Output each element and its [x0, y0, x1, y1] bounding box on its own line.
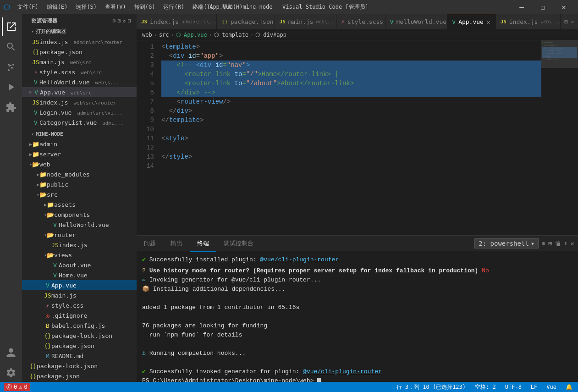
file-helloworld-vue[interactable]: V HelloWorld.vue	[22, 220, 137, 230]
menu-edit[interactable]: 编辑(E)	[43, 2, 72, 12]
tab-output[interactable]: 输出	[163, 236, 190, 252]
menu-view[interactable]: 查看(V)	[101, 2, 130, 12]
chevron-down-icon: ▾	[531, 240, 534, 247]
new-file-icon[interactable]: ⊕	[113, 18, 116, 24]
line-ending[interactable]: LF	[529, 384, 539, 390]
open-file-packagejson[interactable]: {} package.json	[22, 47, 137, 57]
settings-activity-icon[interactable]	[2, 364, 20, 382]
tab-mainjs[interactable]: JS main.js web\...	[275, 14, 337, 30]
close-panel-icon[interactable]: ✕	[571, 240, 574, 247]
file-about-vue[interactable]: V About.vue	[22, 260, 137, 270]
collapse-icon[interactable]: ⊟	[128, 18, 131, 24]
folder-router[interactable]: ▾ 📂 router	[22, 230, 137, 240]
breadcrumb-div[interactable]: ⬡ div#app	[255, 32, 286, 38]
tab-close-button[interactable]: ✕	[486, 18, 491, 26]
breadcrumb-src[interactable]: src	[159, 32, 169, 38]
more-actions-icon[interactable]: ⋯	[571, 18, 574, 25]
refresh-icon[interactable]: ↺	[123, 18, 126, 24]
close-icon[interactable]: ✕	[28, 89, 32, 95]
file-router-indexjs[interactable]: JS index.js	[22, 240, 137, 250]
folder-components[interactable]: ▾ 📂 components	[22, 210, 137, 220]
split-terminal-icon[interactable]: ⊞	[548, 240, 552, 247]
notifications-icon[interactable]: 🔔	[564, 384, 574, 390]
menu-file[interactable]: 文件(F)	[14, 2, 42, 12]
account-activity-icon[interactable]	[2, 343, 20, 362]
sidebar-header-icons[interactable]: ⊕ ⊞ ↺ ⊟	[113, 18, 132, 24]
file-stylecss[interactable]: ⚡ style.css	[22, 300, 137, 310]
explorer-activity-icon[interactable]	[2, 17, 20, 36]
open-file-categorylistvue[interactable]: V CategoryList.vue admi...	[22, 117, 137, 127]
breadcrumb-template[interactable]: ⬡ template	[214, 32, 248, 38]
extensions-activity-icon[interactable]	[2, 98, 20, 116]
open-editors-section[interactable]: ▾ 打开的编辑器	[22, 26, 137, 37]
source-control-activity-icon[interactable]	[2, 58, 20, 76]
code-content[interactable]: <template> <div id="app"> <!-- <div id="…	[160, 40, 541, 235]
folder-public[interactable]: ▶ 📁 public	[22, 179, 137, 189]
file-root-package-lock[interactable]: {} package-lock.json	[22, 361, 137, 371]
open-file-appvue[interactable]: ✕ V App.vue web\src	[22, 87, 137, 97]
tab-helloworldvue[interactable]: V HelloWorld.vue	[385, 14, 448, 30]
tab-actions: ⊞ ⋯	[561, 18, 578, 25]
open-file-stylescss[interactable]: ⚡ style.scss web\src	[22, 67, 137, 77]
maximize-panel-icon[interactable]: ⬆	[564, 240, 567, 247]
tab-problems[interactable]: 问题	[137, 236, 163, 252]
code-line-14	[161, 161, 541, 171]
minimize-button[interactable]: —	[511, 0, 532, 14]
folder-admin[interactable]: ▶ 📁 admin	[22, 139, 137, 149]
breadcrumb-web[interactable]: web	[142, 32, 152, 38]
tab-debug-console[interactable]: 调试控制台	[216, 236, 261, 252]
new-folder-icon[interactable]: ⊞	[118, 18, 121, 24]
folder-server[interactable]: ▶ 📁 server	[22, 149, 137, 159]
file-mainjs[interactable]: JS main.js	[22, 290, 137, 300]
file-package-json[interactable]: {} package.json	[22, 341, 137, 351]
split-editor-icon[interactable]: ⊞	[564, 18, 568, 25]
code-editor[interactable]: 1 2 3 4 5 6 7 8 9 10 11 12 13 14 <templa…	[137, 40, 578, 235]
file-babel-config[interactable]: B babel.config.js	[22, 320, 137, 331]
tab-stylescss[interactable]: ⚡ style.scss	[336, 14, 385, 30]
open-file-loginvue[interactable]: V Login.vue admin\src\vi...	[22, 107, 137, 117]
breadcrumb-file[interactable]: ⬡ App.vue	[176, 32, 207, 38]
file-root-package-json[interactable]: {} package.json	[22, 371, 137, 381]
indentation[interactable]: 空格: 2	[473, 383, 498, 391]
project-section[interactable]: ▾ MINE-NODE	[22, 129, 137, 139]
add-terminal-icon[interactable]: ⊕	[541, 240, 545, 247]
file-home-vue[interactable]: V Home.vue	[22, 270, 137, 280]
terminal-dropdown[interactable]: 2: powershell ▾	[474, 238, 539, 248]
terminal-content[interactable]: ✔ Successfully installed plugin: @vue/cl…	[137, 252, 578, 382]
encoding[interactable]: UTF-8	[503, 384, 523, 390]
tab-indexjs-web[interactable]: JS index.js web\...	[496, 14, 561, 30]
tab-indexjs-admin[interactable]: JS index.js admin\src\...	[137, 14, 217, 30]
folder-node-modules[interactable]: ▶ 📁 node_modules	[22, 169, 137, 179]
json-file-icon: {}	[44, 332, 51, 339]
open-file-indexjs-admin[interactable]: JS index.js admin\src\router	[22, 37, 137, 47]
menu-select[interactable]: 选择(S)	[72, 2, 100, 12]
error-count[interactable]: ⓪ 0 ⚠ 0	[4, 383, 30, 391]
cursor-position[interactable]: 行 3，列 10 (已选择123)	[395, 383, 468, 391]
file-readme[interactable]: M README.md	[22, 351, 137, 361]
folder-web[interactable]: ▾ 📂 web	[22, 159, 137, 169]
maximize-button[interactable]: ☐	[532, 0, 553, 14]
folder-src[interactable]: ▾ 📂 src	[22, 189, 137, 199]
tab-packagejson[interactable]: {} package.json	[217, 14, 275, 30]
open-file-mainjs[interactable]: JS main.js web\src	[22, 57, 137, 67]
vue-tab-icon: V	[452, 18, 456, 25]
folder-assets[interactable]: ▶ 📁 assets	[22, 199, 137, 210]
scss-file-icon: ⚡	[32, 69, 39, 76]
tab-appvue[interactable]: V App.vue ✕	[447, 14, 495, 30]
kill-terminal-icon[interactable]: 🗑	[555, 240, 561, 247]
open-file-indexjs-web[interactable]: JS index.js web\src\router	[22, 97, 137, 107]
search-activity-icon[interactable]	[2, 38, 20, 56]
main-container: 资源管理器 ⊕ ⊞ ↺ ⊟ ▾ 打开的编辑器 JS index.js admin…	[0, 14, 578, 382]
menu-goto[interactable]: 转到(G)	[131, 2, 159, 12]
folder-views[interactable]: ▾ 📂 views	[22, 250, 137, 260]
open-file-helloworldvue[interactable]: V HelloWorld.vue web\s...	[22, 77, 137, 87]
menu-run[interactable]: 运行(R)	[160, 2, 188, 12]
activity-bar	[0, 14, 22, 382]
file-app-vue[interactable]: V App.vue	[22, 280, 137, 290]
language-mode[interactable]: Vue	[545, 384, 558, 390]
run-debug-activity-icon[interactable]	[2, 78, 20, 96]
tab-terminal[interactable]: 终端	[190, 236, 216, 252]
close-button[interactable]: ✕	[553, 0, 574, 14]
file-package-lock[interactable]: {} package-lock.json	[22, 331, 137, 341]
file-gitignore[interactable]: ◎ .gitignore	[22, 310, 137, 320]
